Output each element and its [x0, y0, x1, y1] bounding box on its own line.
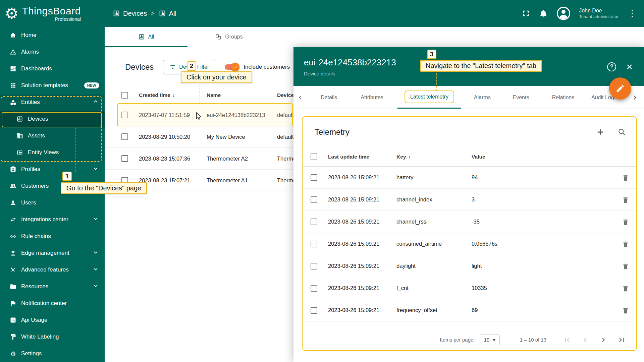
sidebar-item-resources[interactable]: Resources	[0, 278, 105, 295]
telemetry-time: 2023-08-26 15:09:21	[328, 174, 396, 181]
select-all-checkbox[interactable]	[121, 92, 128, 99]
row-checkbox[interactable]	[311, 241, 317, 247]
telemetry-value: -35	[472, 219, 615, 225]
delete-telemetry-button[interactable]	[615, 307, 636, 314]
add-telemetry-button plus-icon[interactable]	[596, 128, 605, 136]
trash-icon	[622, 240, 629, 248]
column-value[interactable]: Value	[472, 154, 615, 160]
column-created-time[interactable]: Created time ↓	[139, 92, 207, 98]
account-circle-icon	[556, 6, 571, 21]
user-info: John Doe Tenant administrator	[579, 7, 619, 19]
trash-icon	[622, 174, 629, 181]
select-all-checkbox[interactable]	[311, 154, 317, 160]
delete-telemetry-button[interactable]	[615, 196, 636, 203]
telemetry-row[interactable]: 2023-08-26 15:09:21 daylight light	[303, 255, 636, 277]
telemetry-row[interactable]: 2023-08-26 15:09:21 channel_rssi -35	[303, 211, 636, 233]
delete-telemetry-button[interactable]	[615, 262, 636, 270]
telemetry-key: f_cnt	[396, 285, 472, 291]
last-page-button[interactable]	[615, 336, 628, 344]
sidebar-item-settings[interactable]: ⚙ Settings	[0, 345, 105, 362]
tabs-scroll-left-button[interactable]	[296, 86, 304, 109]
tab-events[interactable]: Events	[507, 86, 535, 109]
tab-label: Groups	[225, 34, 243, 40]
notifications-button[interactable]	[539, 9, 548, 18]
paint-icon	[9, 334, 17, 340]
sidebar-item-customers[interactable]: Customers	[0, 178, 105, 194]
telemetry-row[interactable]: 2023-08-26 15:09:21 gateway WH-4B5145	[303, 321, 636, 329]
column-name[interactable]: Name	[207, 92, 277, 98]
row-checkbox[interactable]	[311, 263, 317, 269]
telemetry-row[interactable]: 2023-08-26 15:09:21 consumed_airtime 0.0…	[303, 233, 636, 255]
sidebar-item-integrations-center[interactable]: Integrations center	[0, 211, 105, 228]
panel-tabs: Details Attributes Latest telemetry Alar…	[293, 86, 644, 109]
sidebar-item-alarms[interactable]: Alarms	[0, 44, 105, 60]
row-checkbox[interactable]	[121, 133, 128, 140]
sidebar-item-entities[interactable]: Entities	[0, 94, 105, 111]
sidebar-item-label: Customers	[21, 183, 49, 189]
include-customers-toggle[interactable]	[225, 64, 238, 70]
column-key[interactable]: Key ↑	[396, 154, 472, 160]
breadcrumb-all[interactable]: All	[159, 10, 176, 17]
tab-details[interactable]: Details	[313, 86, 345, 109]
column-last-update-time[interactable]: Last update time	[328, 154, 396, 160]
telemetry-row[interactable]: 2023-08-26 15:09:21 battery 94	[303, 167, 636, 189]
user-avatar[interactable]	[556, 6, 571, 21]
header-menu-button[interactable]: ⋮	[627, 8, 638, 19]
tab-attributes[interactable]: Attributes	[352, 86, 392, 109]
tab-alarms[interactable]: Alarms	[469, 86, 496, 109]
next-page-button[interactable]	[597, 336, 610, 344]
delete-telemetry-button[interactable]	[615, 240, 636, 248]
delete-telemetry-button[interactable]	[615, 218, 636, 226]
sidebar-item-white-labeling[interactable]: White Labeling	[0, 328, 105, 345]
sidebar-item-users[interactable]: Users	[0, 194, 105, 211]
row-checkbox[interactable]	[311, 174, 317, 181]
help-button[interactable]: ?	[607, 62, 616, 71]
device-filter-button[interactable]: Device Filter	[163, 60, 215, 74]
previous-page-button[interactable]	[579, 336, 592, 344]
app-logo[interactable]: ⚙ ThingsBoard Professional	[0, 5, 105, 22]
row-checkbox[interactable]	[311, 196, 317, 203]
row-checkbox[interactable]	[311, 307, 317, 314]
sidebar-item-advanced-features[interactable]: Advanced features	[0, 261, 105, 278]
tab-all[interactable]: All	[105, 27, 187, 47]
chevron-down-icon	[92, 215, 99, 224]
first-page-button[interactable]	[560, 336, 574, 344]
close-panel-button[interactable]: ×	[626, 61, 633, 72]
sidebar-item-devices[interactable]: Devices	[0, 111, 105, 127]
people-icon	[9, 183, 17, 189]
telemetry-key: frequency_offset	[396, 307, 472, 313]
row-checkbox[interactable]	[311, 285, 317, 292]
edit-device-fab[interactable]	[609, 77, 631, 100]
sidebar-item-assets[interactable]: Assets	[0, 127, 105, 144]
sidebar-item-dashboards[interactable]: Dashboards	[0, 60, 105, 77]
tab-relations[interactable]: Relations	[546, 86, 581, 109]
sidebar-item-profiles[interactable]: Profiles	[0, 161, 105, 178]
page-size-select[interactable]: 10 ▾	[480, 335, 500, 345]
sidebar-item-api-usage[interactable]: Api Usage	[0, 312, 105, 328]
chevron-left-icon	[581, 336, 590, 344]
row-checkbox[interactable]	[121, 155, 128, 162]
tab-latest-telemetry[interactable]: Latest telemetry	[397, 86, 461, 109]
sidebar-item-entity-views[interactable]: Entity Views	[0, 144, 105, 161]
row-checkbox[interactable]	[121, 177, 128, 184]
telemetry-row[interactable]: 2023-08-26 15:09:21 frequency_offset 69	[303, 299, 636, 321]
telemetry-value: light	[472, 263, 615, 269]
sidebar-item-home[interactable]: Home	[0, 27, 105, 44]
telemetry-row[interactable]: 2023-08-26 15:09:21 f_cnt 10335	[303, 277, 636, 299]
trash-icon	[622, 285, 629, 292]
delete-telemetry-button[interactable]	[615, 285, 636, 292]
search-icon[interactable]	[618, 128, 626, 136]
fullscreen-button[interactable]	[521, 9, 531, 18]
sidebar-item-notification-center[interactable]: Notification center	[0, 295, 105, 312]
sidebar-item-solution-templates[interactable]: Solution templates NEW	[0, 77, 105, 94]
sidebar-item-edge-management[interactable]: Edge management	[0, 245, 105, 261]
delete-telemetry-button[interactable]	[615, 174, 636, 181]
row-checkbox[interactable]	[311, 219, 317, 225]
breadcrumb-devices[interactable]: Devices	[113, 10, 147, 17]
sidebar-item-rule-chains[interactable]: Rule chains	[0, 228, 105, 245]
tab-groups[interactable]: Groups	[187, 27, 270, 47]
sidebar-item-label: White Labeling	[21, 334, 59, 340]
telemetry-row[interactable]: 2023-08-26 15:09:21 channel_index 3	[303, 189, 636, 211]
telemetry-value: 69	[472, 307, 615, 313]
row-checkbox[interactable]	[121, 112, 128, 118]
